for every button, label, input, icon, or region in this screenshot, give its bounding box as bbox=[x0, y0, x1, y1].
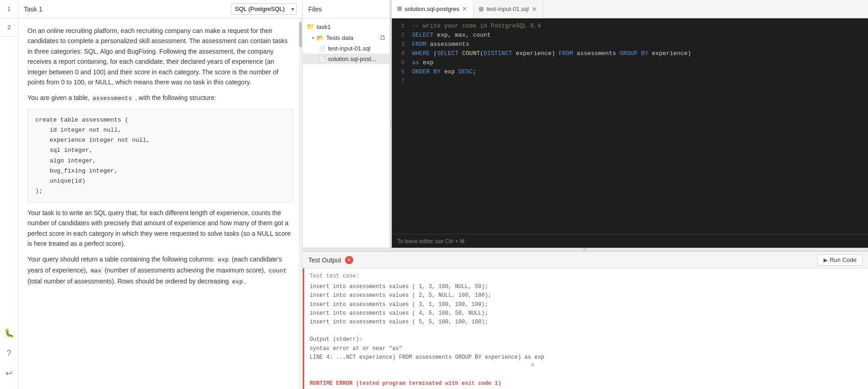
editor-footer: To leave editor use Ctrl + M bbox=[392, 234, 868, 248]
col-max: max bbox=[89, 267, 103, 275]
output-runtime-error: RUNTIME ERROR (tested program terminated… bbox=[310, 379, 862, 388]
desc-para4: Your query should return a table contain… bbox=[28, 254, 293, 287]
output-insert-5: insert into assessments values ( 5, 5, 1… bbox=[310, 318, 862, 327]
line-code-4: WHERE (SELECT COUNT(DISTINCT experience)… bbox=[410, 50, 868, 58]
output-empty-2 bbox=[310, 371, 862, 379]
code-line-2: 2 SELECT exp, max, count bbox=[392, 31, 868, 40]
lang-select[interactable]: SQL (PostgreSQL) bbox=[231, 3, 297, 15]
main-container: 1 2 🐛 ? ↩ Task 1 SQL (PostgreSQL) bbox=[0, 0, 868, 389]
line-code-2: SELECT exp, max, count bbox=[410, 32, 868, 40]
file-tree: Files 📁 task1 ▾ 📂 Tests data 🗋 bbox=[303, 0, 390, 248]
folder-open-icon: 📂 bbox=[317, 34, 324, 41]
task-title: Task 1 bbox=[24, 6, 42, 13]
test-output-close-badge[interactable]: ✕ bbox=[345, 256, 353, 264]
folder-icon: 📁 bbox=[306, 23, 314, 30]
line-num-4: 4 bbox=[392, 50, 410, 58]
line-code-1: -- write your code in PostgreSQL 9.4 bbox=[410, 22, 868, 31]
line-code-3: FROM assessments bbox=[410, 41, 868, 49]
line-num-6: 6 bbox=[392, 68, 410, 77]
tree-test-input[interactable]: 📄 test-input-01.sql bbox=[303, 43, 389, 54]
files-label: Files bbox=[308, 6, 322, 13]
test-output-title: Test Output bbox=[308, 256, 341, 264]
file-icon: 📄 bbox=[319, 45, 326, 52]
code-line-6: 6 ORDER BY exp DESC; bbox=[392, 68, 868, 77]
tree-solution-label: solution.sql-post... bbox=[328, 56, 376, 62]
editor-area: solution.sql-postgres ✕ test-input-01.sq… bbox=[392, 0, 868, 248]
output-caret: ^ bbox=[310, 362, 862, 371]
bug-icon[interactable]: 🐛 bbox=[3, 327, 16, 339]
output-empty-1 bbox=[310, 327, 862, 335]
output-line-test: Test test case: bbox=[310, 272, 862, 281]
tree-tests-data[interactable]: ▾ 📂 Tests data 🗋 bbox=[303, 32, 389, 43]
output-insert-2: insert into assessments values ( 2, 5, N… bbox=[310, 291, 862, 300]
output-line4-error: LINE 4: ...NCT experience) FROM assessme… bbox=[310, 353, 862, 362]
line-code-6: ORDER BY exp DESC; bbox=[410, 68, 868, 77]
left-panel: 1 2 🐛 ? ↩ Task 1 SQL (PostgreSQL) bbox=[0, 0, 303, 389]
file-tree-header: Files bbox=[303, 0, 389, 18]
output-insert-1: insert into assessments values ( 1, 3, 1… bbox=[310, 283, 862, 291]
output-syntax-error: syntax error at or near "as" bbox=[310, 345, 862, 353]
run-code-label: Run Code bbox=[829, 256, 857, 263]
code-line-1: 1 -- write your code in PostgreSQL 9.4 bbox=[392, 22, 868, 31]
file-icon-2: 📄 bbox=[319, 56, 326, 62]
line-num-2: 2 bbox=[392, 32, 410, 40]
tab-test-input-close[interactable]: ✕ bbox=[532, 6, 537, 13]
tree-task1[interactable]: 📁 task1 bbox=[303, 21, 389, 32]
tab-test-input-label: test-input-01.sql bbox=[486, 6, 529, 12]
col-exp: exp bbox=[217, 256, 230, 264]
new-file-button[interactable]: 🗋 bbox=[379, 34, 386, 41]
bottom-panel: Test Output ✕ ▶ Run Code Test test case:… bbox=[303, 251, 868, 389]
editor-hint: To leave editor use Ctrl + M bbox=[397, 238, 464, 245]
line-num-5: 5 bbox=[392, 59, 410, 67]
run-code-button[interactable]: ▶ Run Code bbox=[818, 254, 862, 266]
output-insert-4: insert into assessments values ( 4, 5, 1… bbox=[310, 309, 862, 318]
bottom-header: Test Output ✕ ▶ Run Code bbox=[303, 252, 868, 268]
right-panel: Files 📁 task1 ▾ 📂 Tests data 🗋 bbox=[303, 0, 868, 389]
tab-solution-label: solution.sql-postgres bbox=[405, 6, 459, 12]
horizontal-drag-handle[interactable] bbox=[303, 248, 868, 251]
line-code-5: as exp bbox=[410, 59, 868, 67]
description-content: On an online recruiting platform, each r… bbox=[18, 18, 302, 389]
line-code-7 bbox=[410, 78, 868, 86]
create-table-code: create table assessments ( id integer no… bbox=[28, 109, 293, 202]
line-num-1: 1 bbox=[392, 22, 410, 31]
task-num-1: 1 bbox=[0, 0, 18, 18]
logout-icon[interactable]: ↩ bbox=[3, 367, 16, 380]
code-line-3: 3 FROM assessments bbox=[392, 40, 868, 50]
file-tree-content: 📁 task1 ▾ 📂 Tests data 🗋 📄 test-input-01… bbox=[303, 18, 389, 248]
output-insert-3: insert into assessments values ( 3, 1, 1… bbox=[310, 300, 862, 309]
code-line-5: 5 as exp bbox=[392, 59, 868, 68]
left-header: 1 2 🐛 ? ↩ Task 1 SQL (PostgreSQL) bbox=[0, 0, 302, 18]
question-icon[interactable]: ? bbox=[3, 347, 16, 360]
line-num-7: 7 bbox=[392, 78, 410, 86]
tree-task1-label: task1 bbox=[317, 23, 331, 30]
desc-para1: On an online recruiting platform, each r… bbox=[28, 26, 293, 87]
output-stderr-label: Output (stderr): bbox=[310, 335, 862, 344]
tree-solution[interactable]: 📄 solution.sql-post... bbox=[303, 54, 389, 64]
col-count: count bbox=[267, 267, 288, 275]
desc-para2: You are given a table, assessments , wit… bbox=[28, 93, 293, 104]
chevron-icon: ▾ bbox=[312, 35, 314, 40]
col-exp2: exp bbox=[231, 278, 244, 286]
editor-tabs: solution.sql-postgres ✕ test-input-01.sq… bbox=[392, 0, 868, 18]
top-area: Files 📁 task1 ▾ 📂 Tests data 🗋 bbox=[303, 0, 868, 248]
tab-solution-close[interactable]: ✕ bbox=[462, 5, 467, 12]
desc-para3: Your task is to write an SQL query that,… bbox=[28, 208, 293, 249]
tree-test-input-label: test-input-01.sql bbox=[328, 45, 371, 52]
code-line-7: 7 bbox=[392, 77, 868, 86]
test-output-content[interactable]: Test test case: insert into assessments … bbox=[303, 268, 868, 389]
table-name: assessments bbox=[91, 94, 134, 102]
tab-solution[interactable]: solution.sql-postgres ✕ bbox=[392, 0, 473, 18]
line-num-3: 3 bbox=[392, 41, 410, 49]
editor-content[interactable]: 1 -- write your code in PostgreSQL 9.4 2… bbox=[392, 18, 868, 234]
task-num-2: 2 bbox=[0, 18, 18, 37]
play-icon: ▶ bbox=[823, 257, 828, 263]
tab-test-input[interactable]: test-input-01.sql ✕ bbox=[473, 0, 543, 18]
tree-tests-label: Tests data bbox=[326, 34, 353, 41]
code-line-4: 4 WHERE (SELECT COUNT(DISTINCT experienc… bbox=[392, 50, 868, 59]
